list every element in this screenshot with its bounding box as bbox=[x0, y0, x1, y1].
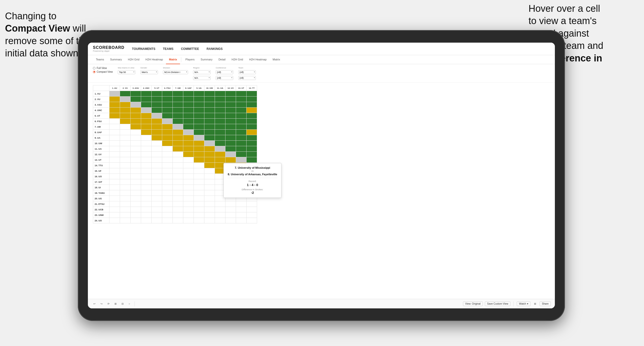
matrix-cell-10-8[interactable] bbox=[194, 146, 204, 152]
watch-button[interactable]: Watch ▾ bbox=[517, 301, 531, 306]
matrix-cell-7-0[interactable] bbox=[109, 130, 120, 135]
matrix-cell-8-5[interactable] bbox=[162, 135, 173, 141]
matrix-cell-2-12[interactable] bbox=[236, 102, 247, 108]
matrix-cell-7-1[interactable] bbox=[120, 130, 131, 135]
matrix-cell-4-12[interactable] bbox=[236, 113, 247, 119]
sub-nav-matrix2[interactable]: Matrix bbox=[270, 55, 283, 64]
matrix-cell-14-4[interactable] bbox=[152, 168, 162, 174]
matrix-cell-9-10[interactable] bbox=[215, 141, 225, 146]
matrix-cell-16-4[interactable] bbox=[152, 179, 162, 185]
matrix-cell-1-7[interactable] bbox=[183, 97, 194, 102]
matrix-cell-6-3[interactable] bbox=[141, 124, 152, 130]
matrix-cell-17-7[interactable] bbox=[183, 185, 194, 190]
matrix-cell-8-0[interactable] bbox=[109, 135, 120, 141]
matrix-cell-2-3[interactable] bbox=[141, 102, 152, 108]
matrix-cell-11-5[interactable] bbox=[162, 152, 173, 157]
matrix-cell-12-13[interactable] bbox=[247, 157, 257, 163]
matrix-cell-1-2[interactable] bbox=[131, 97, 141, 102]
matrix-cell-17-4[interactable] bbox=[152, 185, 162, 190]
matrix-cell-9-2[interactable] bbox=[131, 141, 141, 146]
matrix-cell-5-2[interactable] bbox=[131, 119, 141, 124]
matrix-cell-10-5[interactable] bbox=[162, 146, 173, 152]
matrix-cell-7-3[interactable] bbox=[141, 130, 152, 135]
matrix-cell-4-11[interactable] bbox=[225, 113, 236, 119]
sub-nav-teams[interactable]: Teams bbox=[93, 55, 107, 64]
matrix-cell-18-6[interactable] bbox=[173, 190, 183, 196]
region-select2[interactable]: N/A bbox=[193, 76, 211, 80]
matrix-cell-23-9[interactable] bbox=[204, 218, 215, 223]
matrix-cell-22-2[interactable] bbox=[131, 212, 141, 218]
matrix-cell-9-9[interactable] bbox=[204, 141, 215, 146]
matrix-cell-4-1[interactable] bbox=[120, 113, 131, 119]
matrix-cell-23-11[interactable] bbox=[225, 218, 236, 223]
matrix-cell-20-6[interactable] bbox=[173, 201, 183, 207]
matrix-cell-23-1[interactable] bbox=[120, 218, 131, 223]
matrix-cell-5-0[interactable] bbox=[109, 119, 120, 124]
matrix-cell-21-9[interactable] bbox=[204, 207, 215, 212]
matrix-cell-0-11[interactable] bbox=[225, 91, 236, 97]
matrix-cell-1-3[interactable] bbox=[141, 97, 152, 102]
matrix-cell-21-3[interactable] bbox=[141, 207, 152, 212]
matrix-cell-12-11[interactable] bbox=[225, 157, 236, 163]
matrix-cell-11-10[interactable] bbox=[215, 152, 225, 157]
matrix-cell-14-3[interactable] bbox=[141, 168, 152, 174]
matrix-cell-1-11[interactable] bbox=[225, 97, 236, 102]
full-view-option[interactable]: Full View bbox=[93, 67, 113, 69]
matrix-cell-20-4[interactable] bbox=[152, 201, 162, 207]
matrix-cell-0-12[interactable] bbox=[236, 91, 247, 97]
matrix-cell-14-6[interactable] bbox=[173, 168, 183, 174]
matrix-cell-20-10[interactable] bbox=[215, 201, 225, 207]
matrix-cell-6-4[interactable] bbox=[152, 124, 162, 130]
matrix-cell-22-13[interactable] bbox=[247, 212, 257, 218]
matrix-cell-11-4[interactable] bbox=[152, 152, 162, 157]
matrix-cell-6-12[interactable] bbox=[236, 124, 247, 130]
matrix-cell-20-8[interactable] bbox=[194, 201, 204, 207]
matrix-cell-8-7[interactable] bbox=[183, 135, 194, 141]
matrix-cell-0-10[interactable] bbox=[215, 91, 225, 97]
matrix-cell-8-4[interactable] bbox=[152, 135, 162, 141]
matrix-cell-19-9[interactable] bbox=[204, 196, 215, 201]
matrix-cell-21-11[interactable] bbox=[225, 207, 236, 212]
matrix-cell-5-1[interactable] bbox=[120, 119, 131, 124]
matrix-cell-14-0[interactable] bbox=[109, 168, 120, 174]
matrix-cell-9-3[interactable] bbox=[141, 141, 152, 146]
matrix-cell-18-0[interactable] bbox=[109, 190, 120, 196]
matrix-cell-10-11[interactable] bbox=[225, 146, 236, 152]
matrix-cell-20-12[interactable] bbox=[236, 201, 247, 207]
matrix-cell-0-0[interactable] bbox=[109, 91, 120, 97]
matrix-cell-20-13[interactable] bbox=[247, 201, 257, 207]
matrix-cell-6-7[interactable] bbox=[183, 124, 194, 130]
matrix-cell-6-13[interactable] bbox=[247, 124, 257, 130]
matrix-cell-3-0[interactable] bbox=[109, 108, 120, 113]
matrix-cell-5-13[interactable] bbox=[247, 119, 257, 124]
matrix-cell-20-5[interactable] bbox=[162, 201, 173, 207]
team-select1[interactable]: (All) bbox=[238, 70, 256, 74]
matrix-cell-6-9[interactable] bbox=[204, 124, 215, 130]
matrix-cell-9-7[interactable] bbox=[183, 141, 194, 146]
zoom-out-button[interactable]: ⊟ bbox=[120, 302, 125, 306]
matrix-cell-23-13[interactable] bbox=[247, 218, 257, 223]
matrix-cell-0-5[interactable] bbox=[162, 91, 173, 97]
matrix-cell-7-2[interactable] bbox=[131, 130, 141, 135]
matrix-cell-16-8[interactable] bbox=[194, 179, 204, 185]
matrix-cell-15-1[interactable] bbox=[120, 174, 131, 179]
sub-nav-h2h-heatmap2[interactable]: H2H Heatmap bbox=[246, 55, 270, 64]
matrix-cell-10-13[interactable] bbox=[247, 146, 257, 152]
matrix-cell-20-7[interactable] bbox=[183, 201, 194, 207]
grid-button[interactable]: ⊞ bbox=[533, 302, 538, 306]
matrix-cell-18-9[interactable] bbox=[204, 190, 215, 196]
matrix-cell-14-1[interactable] bbox=[120, 168, 131, 174]
region-select1[interactable]: N/A bbox=[193, 70, 211, 74]
matrix-cell-5-4[interactable] bbox=[152, 119, 162, 124]
matrix-cell-9-11[interactable] bbox=[225, 141, 236, 146]
max-teams-select[interactable]: Top 50 Top 25 Top 10 bbox=[118, 70, 135, 74]
refresh-button[interactable]: ⟳ bbox=[106, 302, 111, 306]
matrix-cell-6-1[interactable] bbox=[120, 124, 131, 130]
matrix-cell-18-4[interactable] bbox=[152, 190, 162, 196]
matrix-cell-2-8[interactable] bbox=[194, 102, 204, 108]
matrix-cell-7-6[interactable] bbox=[173, 130, 183, 135]
matrix-cell-7-12[interactable] bbox=[236, 130, 247, 135]
matrix-cell-6-11[interactable] bbox=[225, 124, 236, 130]
matrix-cell-0-7[interactable] bbox=[183, 91, 194, 97]
matrix-cell-12-2[interactable] bbox=[131, 157, 141, 163]
